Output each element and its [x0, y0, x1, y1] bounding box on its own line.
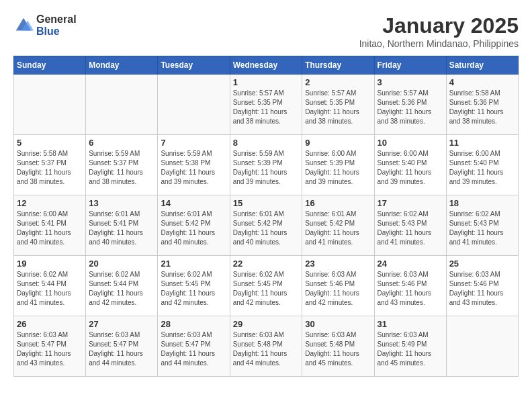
col-sunday: Sunday	[14, 56, 86, 75]
calendar-cell: 2 Sunrise: 5:57 AMSunset: 5:35 PMDayligh…	[302, 75, 374, 135]
calendar-cell: 17 Sunrise: 6:02 AMSunset: 5:43 PMDaylig…	[374, 195, 446, 256]
day-info: Sunrise: 6:00 AMSunset: 5:39 PMDaylight:…	[305, 150, 359, 185]
day-number: 25	[449, 259, 515, 269]
calendar-cell: 26 Sunrise: 6:03 AMSunset: 5:47 PMDaylig…	[14, 316, 86, 377]
day-number: 30	[305, 319, 371, 329]
day-number: 9	[305, 138, 371, 148]
calendar-cell: 7 Sunrise: 5:59 AMSunset: 5:38 PMDayligh…	[158, 135, 230, 195]
day-number: 28	[161, 319, 226, 329]
day-info: Sunrise: 6:01 AMSunset: 5:41 PMDaylight:…	[89, 210, 143, 246]
calendar-week-3: 19 Sunrise: 6:02 AMSunset: 5:44 PMDaylig…	[14, 256, 519, 316]
calendar-cell: 5 Sunrise: 5:58 AMSunset: 5:37 PMDayligh…	[14, 135, 86, 195]
day-info: Sunrise: 6:02 AMSunset: 5:44 PMDaylight:…	[17, 271, 71, 306]
logo-blue: Blue	[36, 26, 77, 38]
day-info: Sunrise: 6:01 AMSunset: 5:42 PMDaylight:…	[161, 210, 215, 246]
calendar-cell: 3 Sunrise: 5:57 AMSunset: 5:36 PMDayligh…	[374, 75, 446, 135]
logo-text: General Blue	[36, 13, 77, 37]
day-info: Sunrise: 6:03 AMSunset: 5:48 PMDaylight:…	[305, 331, 359, 367]
day-info: Sunrise: 6:01 AMSunset: 5:42 PMDaylight:…	[305, 210, 359, 246]
col-monday: Monday	[86, 56, 158, 75]
calendar-cell: 9 Sunrise: 6:00 AMSunset: 5:39 PMDayligh…	[302, 135, 374, 195]
day-info: Sunrise: 5:59 AMSunset: 5:37 PMDaylight:…	[89, 150, 143, 185]
day-info: Sunrise: 5:57 AMSunset: 5:36 PMDaylight:…	[378, 89, 432, 125]
calendar-cell: 20 Sunrise: 6:02 AMSunset: 5:44 PMDaylig…	[86, 256, 158, 316]
day-number: 6	[89, 138, 154, 148]
day-info: Sunrise: 6:02 AMSunset: 5:45 PMDaylight:…	[233, 271, 287, 306]
day-info: Sunrise: 6:03 AMSunset: 5:46 PMDaylight:…	[378, 271, 432, 306]
col-saturday: Saturday	[446, 56, 518, 75]
calendar-cell	[14, 75, 86, 135]
calendar-cell: 6 Sunrise: 5:59 AMSunset: 5:37 PMDayligh…	[86, 135, 158, 195]
calendar-cell: 13 Sunrise: 6:01 AMSunset: 5:41 PMDaylig…	[86, 195, 158, 256]
calendar-cell: 1 Sunrise: 5:57 AMSunset: 5:35 PMDayligh…	[230, 75, 302, 135]
day-info: Sunrise: 6:02 AMSunset: 5:45 PMDaylight:…	[161, 271, 215, 306]
day-number: 7	[161, 138, 226, 148]
logo: General Blue	[13, 13, 77, 37]
calendar-subtitle: Initao, Northern Mindanao, Philippines	[359, 38, 519, 49]
col-tuesday: Tuesday	[158, 56, 230, 75]
day-number: 14	[161, 198, 226, 208]
calendar-cell: 16 Sunrise: 6:01 AMSunset: 5:42 PMDaylig…	[302, 195, 374, 256]
day-number: 18	[449, 198, 515, 208]
day-info: Sunrise: 6:02 AMSunset: 5:44 PMDaylight:…	[89, 271, 143, 306]
day-number: 3	[378, 77, 443, 87]
page-header: General Blue January 2025 Initao, Northe…	[13, 13, 519, 49]
day-info: Sunrise: 5:58 AMSunset: 5:37 PMDaylight:…	[17, 150, 71, 185]
calendar-cell: 25 Sunrise: 6:03 AMSunset: 5:46 PMDaylig…	[446, 256, 518, 316]
day-info: Sunrise: 6:00 AMSunset: 5:41 PMDaylight:…	[17, 210, 71, 246]
calendar-week-1: 5 Sunrise: 5:58 AMSunset: 5:37 PMDayligh…	[14, 135, 519, 195]
col-thursday: Thursday	[302, 56, 374, 75]
day-number: 20	[89, 259, 154, 269]
calendar-cell: 24 Sunrise: 6:03 AMSunset: 5:46 PMDaylig…	[374, 256, 446, 316]
calendar-cell: 4 Sunrise: 5:58 AMSunset: 5:36 PMDayligh…	[446, 75, 518, 135]
day-number: 16	[305, 198, 371, 208]
calendar-cell	[158, 75, 230, 135]
day-number: 12	[17, 198, 83, 208]
day-number: 1	[233, 77, 300, 87]
calendar-title: January 2025	[359, 13, 519, 38]
calendar-cell	[446, 316, 518, 377]
day-info: Sunrise: 6:01 AMSunset: 5:42 PMDaylight:…	[233, 210, 287, 246]
day-number: 15	[233, 198, 300, 208]
day-number: 5	[17, 138, 83, 148]
day-number: 13	[89, 198, 154, 208]
calendar-week-4: 26 Sunrise: 6:03 AMSunset: 5:47 PMDaylig…	[14, 316, 519, 377]
day-number: 10	[378, 138, 443, 148]
day-number: 27	[89, 319, 154, 329]
header-row: Sunday Monday Tuesday Wednesday Thursday…	[14, 56, 519, 75]
day-number: 23	[305, 259, 371, 269]
calendar-cell: 21 Sunrise: 6:02 AMSunset: 5:45 PMDaylig…	[158, 256, 230, 316]
calendar-cell: 23 Sunrise: 6:03 AMSunset: 5:46 PMDaylig…	[302, 256, 374, 316]
calendar-cell: 27 Sunrise: 6:03 AMSunset: 5:47 PMDaylig…	[86, 316, 158, 377]
calendar-cell: 28 Sunrise: 6:03 AMSunset: 5:47 PMDaylig…	[158, 316, 230, 377]
day-info: Sunrise: 5:59 AMSunset: 5:39 PMDaylight:…	[233, 150, 287, 185]
calendar-cell	[86, 75, 158, 135]
day-number: 11	[449, 138, 515, 148]
day-number: 22	[233, 259, 300, 269]
day-info: Sunrise: 5:58 AMSunset: 5:36 PMDaylight:…	[449, 89, 504, 125]
day-number: 8	[233, 138, 300, 148]
day-number: 26	[17, 319, 83, 329]
col-wednesday: Wednesday	[230, 56, 302, 75]
day-number: 21	[161, 259, 226, 269]
calendar-cell: 19 Sunrise: 6:02 AMSunset: 5:44 PMDaylig…	[14, 256, 86, 316]
day-number: 4	[449, 77, 515, 87]
day-info: Sunrise: 6:03 AMSunset: 5:46 PMDaylight:…	[449, 271, 504, 306]
day-info: Sunrise: 6:03 AMSunset: 5:46 PMDaylight:…	[305, 271, 359, 306]
day-info: Sunrise: 6:00 AMSunset: 5:40 PMDaylight:…	[378, 150, 432, 185]
calendar-cell: 8 Sunrise: 5:59 AMSunset: 5:39 PMDayligh…	[230, 135, 302, 195]
day-info: Sunrise: 6:03 AMSunset: 5:49 PMDaylight:…	[378, 331, 432, 367]
calendar-cell: 22 Sunrise: 6:02 AMSunset: 5:45 PMDaylig…	[230, 256, 302, 316]
day-number: 17	[378, 198, 443, 208]
calendar-cell: 11 Sunrise: 6:00 AMSunset: 5:40 PMDaylig…	[446, 135, 518, 195]
calendar-cell: 10 Sunrise: 6:00 AMSunset: 5:40 PMDaylig…	[374, 135, 446, 195]
day-info: Sunrise: 5:59 AMSunset: 5:38 PMDaylight:…	[161, 150, 215, 185]
day-info: Sunrise: 6:03 AMSunset: 5:47 PMDaylight:…	[17, 331, 71, 367]
calendar-cell: 29 Sunrise: 6:03 AMSunset: 5:48 PMDaylig…	[230, 316, 302, 377]
calendar-cell: 31 Sunrise: 6:03 AMSunset: 5:49 PMDaylig…	[374, 316, 446, 377]
calendar-cell: 18 Sunrise: 6:02 AMSunset: 5:43 PMDaylig…	[446, 195, 518, 256]
calendar-cell: 15 Sunrise: 6:01 AMSunset: 5:42 PMDaylig…	[230, 195, 302, 256]
day-info: Sunrise: 5:57 AMSunset: 5:35 PMDaylight:…	[305, 89, 359, 125]
day-info: Sunrise: 5:57 AMSunset: 5:35 PMDaylight:…	[233, 89, 287, 125]
day-info: Sunrise: 6:02 AMSunset: 5:43 PMDaylight:…	[378, 210, 432, 246]
